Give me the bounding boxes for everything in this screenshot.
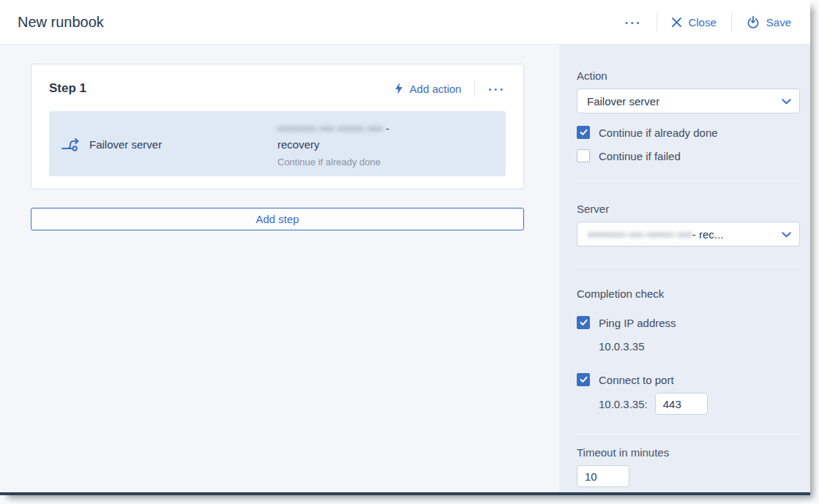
save-button[interactable]: Save <box>747 15 791 29</box>
close-button[interactable]: Close <box>672 16 716 29</box>
checkbox-label: Continue if failed <box>599 150 681 162</box>
server-label: Server <box>577 203 800 215</box>
ellipsis-icon: ••• <box>625 18 643 27</box>
checkbox-label: Connect to port <box>599 374 674 386</box>
ping-ip-value: 10.0.3.35 <box>599 340 800 353</box>
action-target-line1: •••••••••• •••• ••••••• •••• - <box>277 121 494 137</box>
checkbox-checked-icon <box>577 316 590 329</box>
completion-check-section: Completion check Ping IP address 10.0.3.… <box>577 267 800 435</box>
action-target-line2: recovery <box>277 137 494 153</box>
header-actions: ••• Close <box>625 12 791 31</box>
divider <box>731 12 732 31</box>
add-action-button[interactable]: Add action <box>394 83 462 95</box>
action-label: Action <box>577 69 800 82</box>
server-section: Server •••••••••• •••• ••••••• •••• - re… <box>577 181 800 267</box>
server-select[interactable]: •••••••••• •••• ••••••• •••• - rec... <box>577 222 800 247</box>
add-action-label: Add action <box>410 83 462 95</box>
header: New runbook ••• Close <box>0 0 810 45</box>
server-select-value: •••••••••• •••• ••••••• •••• - rec... <box>587 228 723 241</box>
timeout-label: Timeout in minutes <box>577 446 800 459</box>
add-step-button[interactable]: Add step <box>31 208 524 230</box>
timeout-section: Timeout in minutes <box>577 435 800 487</box>
failover-icon <box>61 137 80 153</box>
new-runbook-window: New runbook ••• Close <box>0 0 810 495</box>
port-line: 10.0.3.35: <box>599 393 800 415</box>
close-icon <box>672 18 681 27</box>
chevron-down-icon <box>782 99 791 105</box>
step-more-button[interactable]: ••• <box>488 84 506 94</box>
action-row-left: Failover server <box>61 120 277 169</box>
port-ip-label: 10.0.3.35: <box>599 398 648 410</box>
checkbox-connect-to-port[interactable]: Connect to port <box>577 373 800 386</box>
lightning-bolt-icon <box>394 83 403 94</box>
checkbox-label: Continue if already done <box>599 127 718 139</box>
action-section: Action Failover server Continue if alrea… <box>577 45 800 181</box>
header-more-button[interactable]: ••• <box>625 18 643 27</box>
ellipsis-icon: ••• <box>488 84 506 94</box>
checkbox-checked-icon <box>577 126 590 139</box>
checkbox-continue-if-failed[interactable]: Continue if failed <box>577 149 800 162</box>
action-select-value: Failover server <box>587 95 659 108</box>
divider <box>474 80 475 97</box>
target-suffix: - <box>383 122 389 135</box>
close-label: Close <box>688 16 716 29</box>
action-select[interactable]: Failover server <box>577 89 800 113</box>
main-area: Step 1 Add action ••• <box>0 45 559 492</box>
divider <box>657 12 657 31</box>
action-name: Failover server <box>89 138 162 151</box>
step-card-actions: Add action ••• <box>394 80 506 97</box>
checkbox-label: Ping IP address <box>599 317 676 329</box>
page-title: New runbook <box>18 14 104 31</box>
timeout-input[interactable] <box>577 465 629 487</box>
port-input[interactable] <box>655 393 708 415</box>
action-note: Continue if already done <box>277 156 494 169</box>
body: Step 1 Add action ••• <box>0 45 810 492</box>
checkbox-checked-icon <box>577 373 590 386</box>
checkbox-continue-if-already-done[interactable]: Continue if already done <box>577 126 800 139</box>
blurred-server-name: •••••••••• •••• ••••••• •••• <box>277 122 383 135</box>
action-row-failover-server[interactable]: Failover server •••••••••• •••• ••••••• … <box>49 111 506 176</box>
screenshot: New runbook ••• Close <box>0 0 819 504</box>
settings-panel: Action Failover server Continue if alrea… <box>559 45 810 492</box>
checkbox-unchecked-icon <box>577 149 590 162</box>
blurred-server-name: •••••••••• •••• ••••••• •••• <box>587 228 692 241</box>
step-card: Step 1 Add action ••• <box>31 64 524 189</box>
save-label: Save <box>766 16 791 29</box>
chevron-down-icon <box>782 232 791 238</box>
server-suffix: - rec... <box>692 228 724 241</box>
action-row-right: •••••••••• •••• ••••••• •••• - recovery … <box>277 120 494 169</box>
step-card-header: Step 1 Add action ••• <box>49 80 506 97</box>
power-save-icon <box>747 15 760 29</box>
checkbox-ping-ip-address[interactable]: Ping IP address <box>577 316 800 329</box>
step-title: Step 1 <box>49 81 86 96</box>
completion-check-heading: Completion check <box>577 287 800 300</box>
